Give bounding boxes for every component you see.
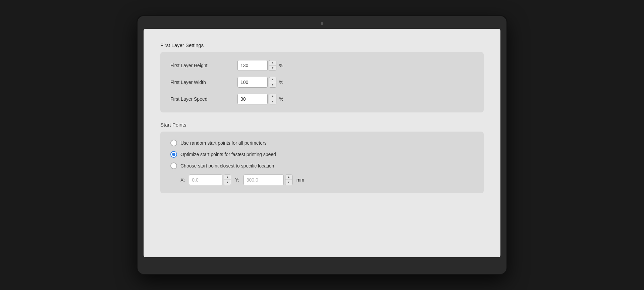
first-layer-width-arrows: ▲ ▼ — [269, 77, 276, 88]
first-layer-speed-up[interactable]: ▲ — [269, 94, 276, 99]
first-layer-speed-spinner: ▲ ▼ — [237, 94, 276, 104]
x-down[interactable]: ▼ — [224, 180, 231, 185]
radio-random-start-label: Use random start points for all perimete… — [180, 140, 267, 146]
radio-closest-start-circle — [170, 162, 177, 169]
monitor: First Layer Settings First Layer Height … — [138, 16, 506, 274]
x-input[interactable] — [189, 175, 222, 185]
first-layer-height-label: First Layer Height — [170, 63, 237, 68]
first-layer-height-input[interactable] — [237, 60, 268, 71]
first-layer-settings-panel: First Layer Height ▲ ▼ % First Layer Wid… — [160, 52, 484, 112]
first-layer-speed-arrows: ▲ ▼ — [269, 94, 276, 104]
radio-optimize-start-label: Optimize start points for fastest printi… — [180, 152, 276, 157]
radio-random-start-circle — [170, 140, 177, 146]
first-layer-height-arrows: ▲ ▼ — [269, 60, 276, 71]
first-layer-width-label: First Layer Width — [170, 80, 237, 85]
x-spinner-group: ▲ ▼ — [189, 175, 231, 185]
y-input[interactable] — [244, 175, 284, 185]
radio-closest-start[interactable]: Choose start point closest to specific l… — [170, 162, 474, 169]
first-layer-settings-title: First Layer Settings — [160, 42, 484, 48]
first-layer-width-row: First Layer Width ▲ ▼ % — [170, 77, 474, 88]
first-layer-speed-unit: % — [279, 96, 283, 102]
first-layer-width-unit: % — [279, 80, 283, 85]
x-arrows: ▲ ▼ — [224, 175, 231, 185]
first-layer-height-spinner: ▲ ▼ — [237, 60, 276, 71]
xy-coordinates-row: X: ▲ ▼ Y: ▲ ▼ mm — [180, 175, 474, 185]
first-layer-speed-label: First Layer Speed — [170, 96, 237, 102]
x-label: X: — [180, 177, 185, 183]
first-layer-width-down[interactable]: ▼ — [269, 82, 276, 87]
first-layer-height-up[interactable]: ▲ — [269, 60, 276, 65]
screen: First Layer Settings First Layer Height … — [144, 29, 500, 257]
first-layer-width-spinner: ▲ ▼ — [237, 77, 276, 88]
first-layer-height-down[interactable]: ▼ — [269, 65, 276, 70]
x-up[interactable]: ▲ — [224, 175, 231, 180]
start-points-title: Start Points — [160, 122, 484, 128]
mm-unit-label: mm — [297, 177, 304, 183]
first-layer-speed-input[interactable] — [237, 94, 268, 104]
y-spinner-group: ▲ ▼ — [244, 175, 292, 185]
y-arrows: ▲ ▼ — [285, 175, 292, 185]
y-down[interactable]: ▼ — [285, 180, 292, 185]
first-layer-width-up[interactable]: ▲ — [269, 77, 276, 82]
radio-optimize-start[interactable]: Optimize start points for fastest printi… — [170, 151, 474, 158]
radio-optimize-start-circle — [170, 151, 177, 158]
radio-closest-start-label: Choose start point closest to specific l… — [180, 163, 274, 168]
y-up[interactable]: ▲ — [285, 175, 292, 180]
start-points-panel: Use random start points for all perimete… — [160, 132, 484, 193]
first-layer-speed-row: First Layer Speed ▲ ▼ % — [170, 94, 474, 104]
first-layer-height-row: First Layer Height ▲ ▼ % — [170, 60, 474, 71]
first-layer-speed-down[interactable]: ▼ — [269, 99, 276, 104]
y-label: Y: — [235, 177, 239, 183]
first-layer-width-input[interactable] — [237, 77, 268, 88]
radio-random-start[interactable]: Use random start points for all perimete… — [170, 140, 474, 146]
first-layer-height-unit: % — [279, 63, 283, 68]
